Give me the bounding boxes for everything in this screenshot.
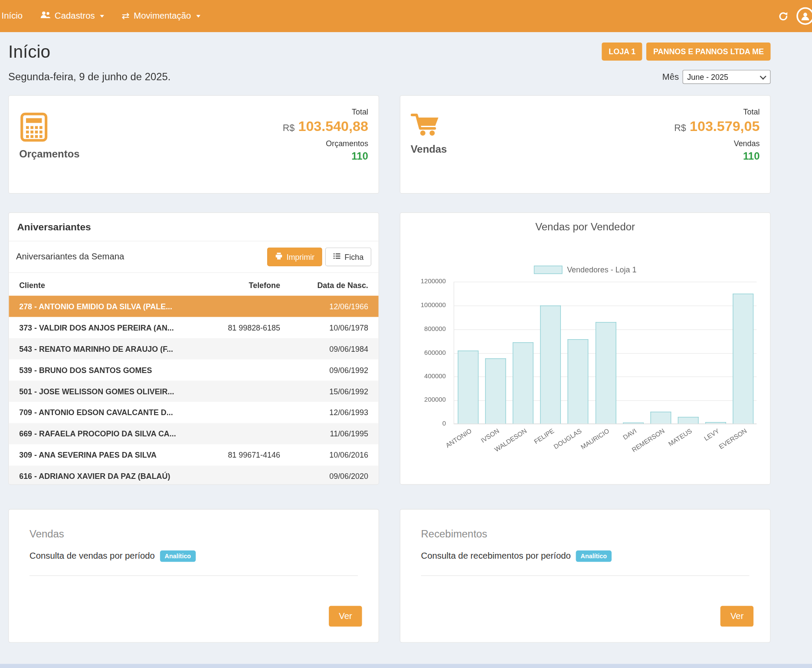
legend-swatch — [534, 265, 563, 274]
record-button-label: Ficha — [344, 252, 363, 261]
table-row[interactable]: 278 - ANTONIO EMIDIO DA SILVA (PALE...12… — [9, 296, 378, 317]
table-row[interactable]: 539 - BRUNO DOS SANTOS GOMES09/06/1992 — [9, 360, 378, 381]
month-select[interactable]: June - 2025 — [683, 70, 771, 84]
client-cell: 669 - RAFAELA PROCOPIO DA SILVA CA... — [19, 429, 205, 438]
record-button[interactable]: Ficha — [325, 248, 371, 266]
chart-bar — [595, 322, 616, 424]
chart-bar — [458, 350, 478, 423]
y-tick-label: 800000 — [400, 325, 446, 332]
aniversariantes-subtitle: Aniversariantes da Semana — [16, 252, 124, 262]
currency-label: R$ — [674, 123, 686, 134]
chart-bar — [623, 422, 644, 423]
company-button[interactable]: PANNOS E PANNOS LTDA ME — [646, 43, 770, 61]
aniversariantes-title: Aniversariantes — [9, 213, 378, 242]
table-row[interactable]: 616 - ADRIANO XAVIER DA PAZ (BALAÚ)09/06… — [9, 465, 378, 485]
chart-bar — [568, 339, 589, 423]
total-value: 103.579,05 — [690, 118, 760, 134]
column-telefone: Telefone — [205, 281, 298, 289]
month-label: Mês — [662, 72, 679, 82]
chart-plot — [454, 282, 756, 424]
vendas-report-card: Vendas Consulta de vendas por período An… — [8, 509, 379, 643]
chart-legend: Vendedores - Loja 1 — [400, 265, 770, 274]
chart-title: Vendas por Vendedor — [400, 221, 770, 233]
client-cell: 278 - ANTONIO EMIDIO DA SILVA (PALE... — [19, 302, 205, 311]
print-button[interactable]: Imprimir — [267, 248, 322, 266]
nav-item-inicio[interactable]: Início — [0, 0, 31, 32]
x-tick-label: FELIPE — [533, 427, 555, 445]
birthdate-cell: 10/06/1978 — [298, 323, 368, 332]
exchange-arrows-icon: ⇄ — [122, 10, 130, 22]
x-tick-label: DOUGLAS — [553, 427, 583, 451]
nav-right — [778, 7, 804, 25]
birthdate-cell: 15/06/1992 — [298, 387, 368, 396]
y-tick-label: 600000 — [400, 349, 446, 356]
chart-y-axis: 020000040000060000080000010000001200000 — [400, 282, 446, 424]
birthdate-cell: 10/06/2016 — [298, 451, 368, 459]
table-row[interactable]: 501 - JOSE WELISSON GOMES OLIVEIR...15/0… — [9, 381, 378, 402]
phone-cell: 81 99828-6185 — [205, 323, 298, 332]
ver-recebimentos-button[interactable]: Ver — [720, 606, 753, 627]
print-button-label: Imprimir — [286, 252, 314, 261]
current-date: Segunda-feira, 9 de junho de 2025. — [8, 71, 170, 83]
report-title: Recebimentos — [421, 528, 750, 540]
report-description: Consulta de recebimentos por período — [421, 551, 571, 561]
analitico-badge: Analítico — [160, 550, 196, 562]
x-tick-label: IVSON — [480, 427, 501, 444]
client-cell: 616 - ADRIANO XAVIER DA PAZ (BALAÚ) — [19, 472, 205, 481]
count-label: Vendas — [674, 139, 760, 147]
recebimentos-report-card: Recebimentos Consulta de recebimentos po… — [400, 509, 771, 643]
nav-menu: Início Cadastros ⇄ Movimentação — [0, 0, 209, 32]
total-value: 103.540,88 — [298, 118, 368, 134]
table-row[interactable]: 669 - RAFAELA PROCOPIO DA SILVA CA...11/… — [9, 423, 378, 444]
client-cell: 309 - ANA SEVERINA PAES DA SILVA — [19, 451, 205, 459]
store-button[interactable]: LOJA 1 — [602, 43, 642, 61]
birthdate-cell: 12/06/1993 — [298, 408, 368, 417]
client-cell: 501 - JOSE WELISSON GOMES OLIVEIR... — [19, 387, 205, 396]
report-description: Consulta de vendas por período — [29, 551, 155, 561]
birthdate-cell: 09/06/2020 — [298, 472, 368, 481]
y-tick-label: 1200000 — [400, 278, 446, 285]
table-row[interactable]: 373 - VALDIR DOS ANJOS PEREIRA (AN...81 … — [9, 317, 378, 338]
table-row[interactable]: 709 - ANTONIO EDSON CAVALCANTE D...12/06… — [9, 402, 378, 423]
nav-item-movimentacao[interactable]: ⇄ Movimentação — [113, 0, 209, 32]
chart-x-axis: ANTONIOIVSONWALDESONFELIPEDOUGLASMAURICI… — [454, 425, 756, 468]
chart-bar — [485, 358, 506, 423]
footer-strip — [0, 664, 812, 668]
column-cliente: Cliente — [19, 281, 205, 289]
list-icon — [333, 252, 341, 261]
chart-bar — [650, 412, 671, 423]
total-label: Total — [674, 107, 760, 116]
analitico-badge: Analítico — [576, 550, 612, 562]
y-tick-label: 1000000 — [400, 301, 446, 309]
y-tick-label: 400000 — [400, 373, 446, 380]
nav-movimentacao-label: Movimentação — [134, 11, 191, 21]
vendas-por-vendedor-card: Vendas por Vendedor Vendedores - Loja 1 … — [400, 212, 771, 485]
x-tick-label: EVERSON — [718, 427, 748, 451]
legend-label: Vendedores - Loja 1 — [567, 265, 636, 274]
refresh-icon[interactable] — [778, 11, 788, 21]
client-cell: 373 - VALDIR DOS ANJOS PEREIRA (AN... — [19, 323, 205, 332]
chart-bar — [678, 417, 699, 424]
birthdate-cell: 09/06/1992 — [298, 366, 368, 374]
x-tick-label: MAURICIO — [580, 427, 611, 451]
aniversariantes-card: Aniversariantes Aniversariantes da Seman… — [8, 212, 379, 485]
birthdate-cell: 09/06/1984 — [298, 344, 368, 353]
gridline — [454, 305, 756, 306]
x-tick-label: LEVY — [703, 427, 721, 442]
nav-cadastros-label: Cadastros — [55, 11, 95, 21]
table-row[interactable]: 543 - RENATO MARINHO DE ARAUJO (F...09/0… — [9, 338, 378, 360]
month-select-wrap: June - 2025 — [683, 70, 771, 84]
chart-bar — [705, 422, 726, 423]
count-value: 110 — [283, 150, 368, 162]
printer-icon — [275, 252, 283, 261]
table-row[interactable]: 309 - ANA SEVERINA PAES DA SILVA81 99671… — [9, 444, 378, 465]
y-tick-label: 200000 — [400, 396, 446, 404]
divider — [421, 575, 750, 576]
nav-item-cadastros[interactable]: Cadastros — [31, 0, 113, 32]
navbar: Início Cadastros ⇄ Movimentação — [0, 0, 812, 32]
page-content: Início LOJA 1 PANNOS E PANNOS LTDA ME Se… — [0, 42, 812, 643]
divider — [29, 575, 358, 576]
user-avatar[interactable] — [796, 7, 812, 25]
ver-vendas-button[interactable]: Ver — [329, 606, 362, 627]
table-header: Cliente Telefone Data de Nasc. — [9, 273, 378, 296]
